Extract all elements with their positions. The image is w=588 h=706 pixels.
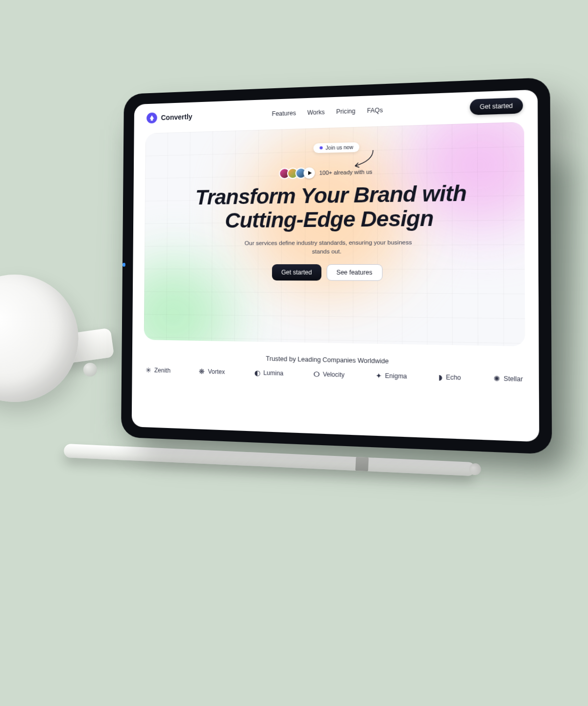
tablet-device: Convertly Features Works Pricing FAQs Ge… [121,77,552,454]
join-us-label: Join us now [326,144,353,151]
tablet-side-button [122,263,125,267]
tablet-screen: Convertly Features Works Pricing FAQs Ge… [132,90,539,442]
nav-link-works[interactable]: Works [307,108,325,116]
logo-enigma: ✦ Enigma [375,372,407,380]
vortex-name: Vortex [208,368,225,376]
lumina-name: Lumina [263,369,283,377]
arrow-curve-icon [352,149,376,170]
nav-link-pricing[interactable]: Pricing [336,107,355,115]
zenith-icon: ✳ [146,367,151,374]
hero-title: Transform Your Brand with Cutting-Edge D… [145,179,524,232]
enigma-icon: ✦ [375,372,382,379]
company-logos-row: ✳ Zenith ❋ Vortex ◐ Lumina ⵔ Velocity ✦ [146,367,523,383]
hero-primary-button[interactable]: Get started [272,264,321,280]
hero-subtitle: Our services define industry standards, … [242,238,414,256]
velocity-name: Velocity [323,371,344,378]
stellar-name: Stellar [504,375,523,383]
logo-vortex: ❋ Vortex [199,368,225,376]
brand[interactable]: Convertly [147,111,192,124]
social-proof-row: 100+ already with us [145,162,524,181]
echo-name: Echo [446,374,461,381]
logo-echo: ◗ Echo [439,374,461,381]
echo-icon: ◗ [439,374,442,381]
header-cta-button[interactable]: Get started [469,98,523,115]
primary-nav: Features Works Pricing FAQs [272,106,383,117]
logo-zenith: ✳ Zenith [146,367,171,374]
hero-secondary-button[interactable]: See features [326,264,382,281]
headphone-pin [83,363,97,377]
hero-title-line2: Cutting-Edge Design [145,204,524,232]
vortex-icon: ❋ [199,368,205,375]
logo-stellar: ✺ Stellar [493,375,523,383]
trusted-by-label: Trusted by Leading Companies Worldwide [132,353,539,368]
logo-velocity: ⵔ Velocity [314,371,344,378]
trusted-by-section: Trusted by Leading Companies Worldwide ✳… [132,353,539,383]
enigma-name: Enigma [385,372,407,380]
hero-section: Join us now 100+ already with us [144,122,525,347]
lumina-icon: ◐ [254,369,260,377]
stellar-icon: ✺ [493,375,500,382]
zenith-name: Zenith [154,367,171,374]
nav-link-features[interactable]: Features [272,109,296,117]
headphone-cup [0,275,78,402]
avatar-stack [282,167,315,179]
brand-name: Convertly [161,113,192,122]
velocity-icon: ⵔ [314,371,320,378]
nav-link-faqs[interactable]: FAQs [367,106,383,114]
play-video-button[interactable] [304,167,315,178]
brand-logo-icon [147,112,157,124]
hero-actions: Get started See features [145,264,525,281]
logo-lumina: ◐ Lumina [254,369,284,377]
